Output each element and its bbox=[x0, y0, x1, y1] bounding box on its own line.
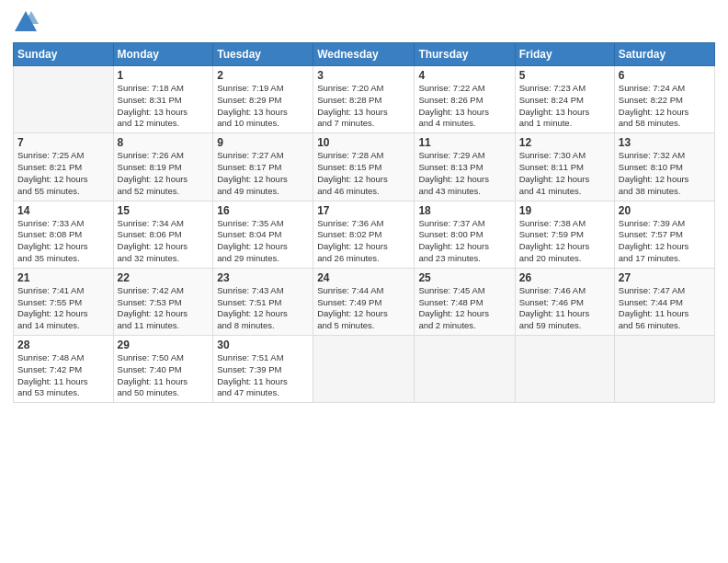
day-number: 1 bbox=[118, 69, 210, 82]
day-number: 5 bbox=[519, 69, 610, 82]
calendar-cell: 11Sunrise: 7:29 AM Sunset: 8:13 PM Dayli… bbox=[415, 133, 515, 201]
calendar-header-friday: Friday bbox=[515, 43, 614, 66]
day-number: 3 bbox=[317, 69, 410, 82]
day-number: 27 bbox=[619, 271, 711, 284]
header bbox=[13, 9, 715, 35]
calendar-cell: 7Sunrise: 7:25 AM Sunset: 8:21 PM Daylig… bbox=[14, 133, 114, 201]
calendar-cell: 6Sunrise: 7:24 AM Sunset: 8:22 PM Daylig… bbox=[614, 66, 714, 133]
day-number: 8 bbox=[118, 136, 210, 149]
day-number: 15 bbox=[118, 204, 210, 217]
day-info: Sunrise: 7:50 AM Sunset: 7:40 PM Dayligh… bbox=[118, 352, 210, 399]
day-number: 7 bbox=[17, 136, 109, 149]
calendar-cell: 28Sunrise: 7:48 AM Sunset: 7:42 PM Dayli… bbox=[14, 336, 114, 403]
day-info: Sunrise: 7:27 AM Sunset: 8:17 PM Dayligh… bbox=[217, 150, 309, 197]
day-number: 22 bbox=[118, 271, 210, 284]
day-info: Sunrise: 7:32 AM Sunset: 8:10 PM Dayligh… bbox=[619, 150, 711, 197]
day-info: Sunrise: 7:22 AM Sunset: 8:26 PM Dayligh… bbox=[418, 83, 510, 130]
logo bbox=[13, 9, 40, 35]
calendar-cell bbox=[313, 336, 415, 403]
day-number: 26 bbox=[519, 271, 610, 284]
day-info: Sunrise: 7:20 AM Sunset: 8:28 PM Dayligh… bbox=[317, 83, 410, 130]
calendar-cell: 5Sunrise: 7:23 AM Sunset: 8:24 PM Daylig… bbox=[515, 66, 614, 133]
day-number: 23 bbox=[217, 271, 309, 284]
day-info: Sunrise: 7:19 AM Sunset: 8:29 PM Dayligh… bbox=[217, 83, 309, 130]
day-number: 30 bbox=[217, 339, 309, 351]
calendar-cell: 9Sunrise: 7:27 AM Sunset: 8:17 PM Daylig… bbox=[213, 133, 313, 201]
calendar-cell: 15Sunrise: 7:34 AM Sunset: 8:06 PM Dayli… bbox=[113, 201, 213, 268]
calendar-cell: 16Sunrise: 7:35 AM Sunset: 8:04 PM Dayli… bbox=[213, 201, 313, 268]
calendar-cell: 1Sunrise: 7:18 AM Sunset: 8:31 PM Daylig… bbox=[113, 66, 213, 133]
calendar-cell: 13Sunrise: 7:32 AM Sunset: 8:10 PM Dayli… bbox=[614, 133, 714, 201]
calendar-cell: 19Sunrise: 7:38 AM Sunset: 7:59 PM Dayli… bbox=[515, 201, 614, 268]
page: SundayMondayTuesdayWednesdayThursdayFrid… bbox=[0, 0, 728, 563]
day-number: 2 bbox=[217, 69, 309, 82]
calendar-table: SundayMondayTuesdayWednesdayThursdayFrid… bbox=[13, 42, 715, 403]
day-info: Sunrise: 7:23 AM Sunset: 8:24 PM Dayligh… bbox=[519, 83, 610, 130]
calendar-header-row: SundayMondayTuesdayWednesdayThursdayFrid… bbox=[14, 43, 715, 66]
day-number: 29 bbox=[118, 339, 210, 351]
day-info: Sunrise: 7:29 AM Sunset: 8:13 PM Dayligh… bbox=[418, 150, 510, 197]
day-number: 10 bbox=[317, 136, 410, 149]
day-number: 4 bbox=[418, 69, 510, 82]
day-info: Sunrise: 7:47 AM Sunset: 7:44 PM Dayligh… bbox=[619, 285, 711, 332]
day-number: 12 bbox=[519, 136, 610, 149]
day-number: 20 bbox=[619, 204, 711, 217]
calendar-header-thursday: Thursday bbox=[415, 43, 515, 66]
day-info: Sunrise: 7:24 AM Sunset: 8:22 PM Dayligh… bbox=[619, 83, 711, 130]
day-info: Sunrise: 7:26 AM Sunset: 8:19 PM Dayligh… bbox=[118, 150, 210, 197]
calendar-cell: 27Sunrise: 7:47 AM Sunset: 7:44 PM Dayli… bbox=[614, 268, 714, 335]
day-info: Sunrise: 7:36 AM Sunset: 8:02 PM Dayligh… bbox=[317, 218, 410, 265]
calendar-cell: 23Sunrise: 7:43 AM Sunset: 7:51 PM Dayli… bbox=[213, 268, 313, 335]
day-info: Sunrise: 7:37 AM Sunset: 8:00 PM Dayligh… bbox=[418, 218, 510, 265]
calendar-header-saturday: Saturday bbox=[614, 43, 714, 66]
day-info: Sunrise: 7:30 AM Sunset: 8:11 PM Dayligh… bbox=[519, 150, 610, 197]
calendar-cell: 22Sunrise: 7:42 AM Sunset: 7:53 PM Dayli… bbox=[113, 268, 213, 335]
day-info: Sunrise: 7:28 AM Sunset: 8:15 PM Dayligh… bbox=[317, 150, 410, 197]
calendar-week-4: 21Sunrise: 7:41 AM Sunset: 7:55 PM Dayli… bbox=[14, 268, 715, 335]
calendar-cell: 20Sunrise: 7:39 AM Sunset: 7:57 PM Dayli… bbox=[614, 201, 714, 268]
day-number: 17 bbox=[317, 204, 410, 217]
day-info: Sunrise: 7:33 AM Sunset: 8:08 PM Dayligh… bbox=[17, 218, 109, 265]
day-info: Sunrise: 7:43 AM Sunset: 7:51 PM Dayligh… bbox=[217, 285, 309, 332]
day-info: Sunrise: 7:46 AM Sunset: 7:46 PM Dayligh… bbox=[519, 285, 610, 332]
day-info: Sunrise: 7:18 AM Sunset: 8:31 PM Dayligh… bbox=[118, 83, 210, 130]
calendar-week-1: 1Sunrise: 7:18 AM Sunset: 8:31 PM Daylig… bbox=[14, 66, 715, 133]
calendar-header-sunday: Sunday bbox=[14, 43, 114, 66]
calendar-cell: 24Sunrise: 7:44 AM Sunset: 7:49 PM Dayli… bbox=[313, 268, 415, 335]
calendar-cell: 29Sunrise: 7:50 AM Sunset: 7:40 PM Dayli… bbox=[113, 336, 213, 403]
day-number: 21 bbox=[17, 271, 109, 284]
calendar-cell: 4Sunrise: 7:22 AM Sunset: 8:26 PM Daylig… bbox=[415, 66, 515, 133]
day-info: Sunrise: 7:38 AM Sunset: 7:59 PM Dayligh… bbox=[519, 218, 610, 265]
day-info: Sunrise: 7:39 AM Sunset: 7:57 PM Dayligh… bbox=[619, 218, 711, 265]
calendar-cell: 8Sunrise: 7:26 AM Sunset: 8:19 PM Daylig… bbox=[113, 133, 213, 201]
calendar-week-2: 7Sunrise: 7:25 AM Sunset: 8:21 PM Daylig… bbox=[14, 133, 715, 201]
day-number: 19 bbox=[519, 204, 610, 217]
day-number: 16 bbox=[217, 204, 309, 217]
calendar-cell bbox=[515, 336, 614, 403]
day-number: 11 bbox=[418, 136, 510, 149]
day-info: Sunrise: 7:34 AM Sunset: 8:06 PM Dayligh… bbox=[118, 218, 210, 265]
day-info: Sunrise: 7:25 AM Sunset: 8:21 PM Dayligh… bbox=[17, 150, 109, 197]
day-info: Sunrise: 7:45 AM Sunset: 7:48 PM Dayligh… bbox=[418, 285, 510, 332]
day-number: 25 bbox=[418, 271, 510, 284]
day-number: 18 bbox=[418, 204, 510, 217]
day-number: 9 bbox=[217, 136, 309, 149]
calendar-cell bbox=[14, 66, 114, 133]
day-number: 28 bbox=[17, 339, 109, 351]
calendar-cell: 3Sunrise: 7:20 AM Sunset: 8:28 PM Daylig… bbox=[313, 66, 415, 133]
day-info: Sunrise: 7:42 AM Sunset: 7:53 PM Dayligh… bbox=[118, 285, 210, 332]
day-number: 24 bbox=[317, 271, 410, 284]
calendar-cell: 17Sunrise: 7:36 AM Sunset: 8:02 PM Dayli… bbox=[313, 201, 415, 268]
day-info: Sunrise: 7:51 AM Sunset: 7:39 PM Dayligh… bbox=[217, 352, 309, 399]
day-info: Sunrise: 7:48 AM Sunset: 7:42 PM Dayligh… bbox=[17, 352, 109, 399]
calendar-cell bbox=[614, 336, 714, 403]
day-number: 6 bbox=[619, 69, 711, 82]
calendar-cell: 12Sunrise: 7:30 AM Sunset: 8:11 PM Dayli… bbox=[515, 133, 614, 201]
calendar-cell: 10Sunrise: 7:28 AM Sunset: 8:15 PM Dayli… bbox=[313, 133, 415, 201]
logo-icon bbox=[13, 9, 39, 35]
calendar-cell: 26Sunrise: 7:46 AM Sunset: 7:46 PM Dayli… bbox=[515, 268, 614, 335]
calendar-header-tuesday: Tuesday bbox=[213, 43, 313, 66]
calendar-week-3: 14Sunrise: 7:33 AM Sunset: 8:08 PM Dayli… bbox=[14, 201, 715, 268]
day-number: 14 bbox=[17, 204, 109, 217]
calendar-header-wednesday: Wednesday bbox=[313, 43, 415, 66]
